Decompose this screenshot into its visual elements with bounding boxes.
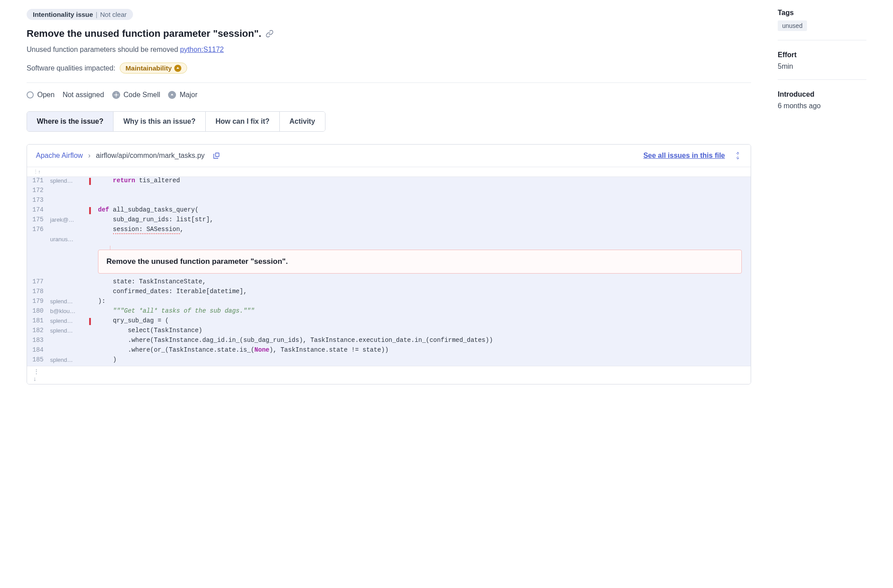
open-file-icon[interactable]: [213, 152, 220, 159]
page-title: Remove the unused function parameter "se…: [27, 28, 751, 39]
see-all-issues-link[interactable]: See all issues in this file: [643, 152, 725, 160]
code-content: qry_sub_dag = (: [93, 317, 751, 324]
code-line: 182splend… select(TaskInstance): [27, 327, 751, 337]
rule-key-link[interactable]: python:S1172: [180, 46, 224, 53]
status-assignee[interactable]: Not assigned: [63, 91, 104, 99]
divider: [27, 82, 751, 83]
code-line: 176 session: SASession,: [27, 226, 751, 235]
tag-unused[interactable]: unused: [778, 20, 807, 31]
rule-description: Unused function parameters should be rem…: [27, 46, 751, 54]
scm-author: [50, 337, 89, 344]
scm-author: splend…: [50, 317, 89, 324]
scm-author: [50, 196, 89, 204]
line-number: 182: [32, 327, 50, 334]
severity-dot-icon: [174, 65, 181, 72]
code-panel: Apache Airflow › airflow/api/common/mark…: [27, 144, 751, 384]
scm-author: splend…: [50, 298, 89, 305]
scm-author: [50, 288, 89, 295]
code-line: 174def all_subdag_tasks_query(: [27, 206, 751, 216]
scm-author: uranus…: [50, 235, 89, 243]
code-line: 171splend… return tis_altered: [27, 177, 751, 187]
svg-rect-1: [215, 153, 219, 157]
code-line: 179splend…):: [27, 298, 751, 307]
code-line: 175jarek@… sub_dag_run_ids: list[str],: [27, 216, 751, 226]
line-number: 175: [32, 216, 50, 223]
tab-how[interactable]: How can I fix it?: [206, 112, 280, 131]
code-line: 177 state: TaskInstanceState,: [27, 278, 751, 288]
code-content: ):: [93, 298, 751, 305]
scm-author: splend…: [50, 327, 89, 334]
line-number: 172: [32, 187, 50, 194]
code-line: 183 .where(TaskInstance.dag_id.in_(sub_d…: [27, 337, 751, 346]
tab-why[interactable]: Why is this an issue?: [114, 112, 206, 131]
permalink-icon[interactable]: [266, 30, 274, 38]
code-content: """Get *all* tasks of the sub dags.""": [93, 307, 751, 314]
code-content: state: TaskInstanceState,: [93, 278, 751, 285]
issue-callout[interactable]: Remove the unused function parameter "se…: [98, 250, 742, 274]
code-line: 178 confirmed_dates: Iterable[datetime],: [27, 288, 751, 298]
issue-marker: [89, 318, 91, 325]
code-line: 181splend… qry_sub_dag = (: [27, 317, 751, 327]
code-line: 180b@klou… """Get *all* tasks of the sub…: [27, 307, 751, 317]
expand-up-button[interactable]: ⋮↑: [27, 167, 751, 177]
line-number: 184: [32, 346, 50, 353]
scm-author: splend…: [50, 177, 89, 184]
svg-point-0: [115, 94, 117, 96]
breadcrumb: Apache Airflow › airflow/api/common/mark…: [36, 152, 220, 160]
issue-marker: [89, 178, 91, 185]
tab-activity[interactable]: Activity: [280, 112, 325, 131]
code-line: 173: [27, 196, 751, 206]
line-number: 180: [32, 307, 50, 314]
status-severity: Major: [168, 91, 197, 99]
status-row: Open Not assigned Code Smell Major: [27, 91, 751, 99]
line-number: 179: [32, 298, 50, 305]
line-number: 181: [32, 317, 50, 324]
code-content: return tis_altered: [93, 177, 751, 184]
line-number: 185: [32, 356, 50, 363]
code-content: ): [93, 356, 751, 363]
line-number: 183: [32, 337, 50, 344]
status-type: Code Smell: [112, 91, 161, 99]
scm-author: [50, 278, 89, 285]
breadcrumb-project[interactable]: Apache Airflow: [36, 152, 83, 160]
scm-author: [50, 206, 89, 213]
code-content: .where(or_(TaskInstance.state.is_(None),…: [93, 346, 751, 353]
code-row-callout: uranus…: [27, 235, 751, 245]
sidebar-effort: Effort 5min: [778, 51, 866, 80]
line-number: 177: [32, 278, 50, 285]
sidebar: Tags unused Effort 5min Introduced 6 mon…: [778, 9, 866, 384]
code-line: 172: [27, 187, 751, 196]
code-line: 184 .where(or_(TaskInstance.state.is_(No…: [27, 346, 751, 356]
code-content: confirmed_dates: Iterable[datetime],: [93, 288, 751, 295]
status-open[interactable]: Open: [27, 91, 55, 99]
expand-collapse-icon[interactable]: [734, 152, 742, 160]
chevron-right-icon: ›: [88, 152, 90, 160]
tabs: Where is the issue? Why is this an issue…: [27, 111, 325, 132]
code-body: 171splend… return tis_altered172173174de…: [27, 177, 751, 366]
code-content: .where(TaskInstance.dag_id.in_(sub_dag_r…: [93, 337, 751, 344]
code-header: Apache Airflow › airflow/api/common/mark…: [27, 145, 751, 167]
issue-type-badge: Intentionality issue | Not clear: [27, 9, 133, 20]
code-content: sub_dag_run_ids: list[str],: [93, 216, 751, 223]
line-number: 178: [32, 288, 50, 295]
line-number: 171: [32, 177, 50, 184]
scm-author: [50, 226, 89, 233]
issue-type-detail: Not clear: [100, 11, 127, 18]
expand-down-button[interactable]: ⋮↓: [27, 366, 751, 384]
scm-author: [50, 187, 89, 194]
issue-type-label: Intentionality issue: [33, 11, 93, 18]
tab-where[interactable]: Where is the issue?: [27, 112, 114, 131]
scm-author: splend…: [50, 356, 89, 363]
breadcrumb-path: airflow/api/common/mark_tasks.py: [96, 152, 204, 160]
scm-author: [50, 346, 89, 353]
qualities-impacted: Software qualities impacted: Maintainabi…: [27, 63, 751, 74]
sidebar-tags: Tags unused: [778, 9, 866, 40]
status-open-icon: [27, 91, 34, 98]
code-line: 185splend… ): [27, 356, 751, 366]
line-number: 174: [32, 206, 50, 213]
sidebar-introduced: Introduced 6 months ago: [778, 90, 866, 119]
scm-author: jarek@…: [50, 216, 89, 223]
quality-pill-maintainability[interactable]: Maintainability: [120, 63, 187, 74]
scm-author: b@klou…: [50, 307, 89, 314]
line-number: 173: [32, 196, 50, 204]
